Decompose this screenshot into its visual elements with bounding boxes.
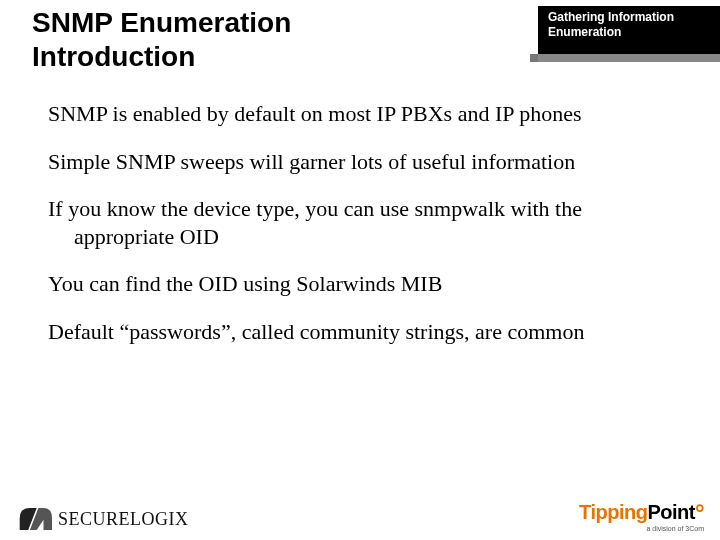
sl-l: L <box>130 509 142 529</box>
chapter-line-2: Enumeration <box>548 25 621 39</box>
tippingpoint-logo: TippingPoint° a division of 3Com <box>579 499 704 532</box>
securelogix-wordmark: SECURELOGIX <box>58 509 189 530</box>
tab-notch <box>538 54 720 62</box>
slide: SNMP Enumeration Introduction Gathering … <box>0 0 720 540</box>
securelogix-logo: SECURELOGIX <box>18 506 189 532</box>
title-line-2: Introduction <box>32 41 195 72</box>
bullet-4: You can find the OID using Solarwinds MI… <box>48 270 680 298</box>
title-line-1: SNMP Enumeration <box>32 7 291 38</box>
tippingpoint-wordmark: TippingPoint° <box>579 499 704 527</box>
tp-tipping: Tipping <box>579 501 647 523</box>
slide-body: SNMP is enabled by default on most IP PB… <box>0 80 720 345</box>
chapter-tab: Gathering Information Enumeration <box>538 6 720 54</box>
slide-footer: SECURELOGIX TippingPoint° a division of … <box>0 492 720 540</box>
slide-title: SNMP Enumeration Introduction <box>32 6 291 73</box>
bullet-1: SNMP is enabled by default on most IP PB… <box>48 100 680 128</box>
slide-header: SNMP Enumeration Introduction Gathering … <box>0 0 720 80</box>
bullet-5: Default “passwords”, called community st… <box>48 318 680 346</box>
bullet-2: Simple SNMP sweeps will garner lots of u… <box>48 148 680 176</box>
bullet-3: If you know the device type, you can use… <box>48 195 680 250</box>
sl-ogix: OGIX <box>142 509 189 529</box>
sl-s: S <box>58 509 69 529</box>
sl-ecure: ECURE <box>69 509 131 529</box>
tp-point: Point <box>647 501 695 523</box>
securelogix-icon <box>18 506 52 532</box>
chapter-line-1: Gathering Information <box>548 10 674 24</box>
tp-dot-icon: ° <box>695 499 704 526</box>
